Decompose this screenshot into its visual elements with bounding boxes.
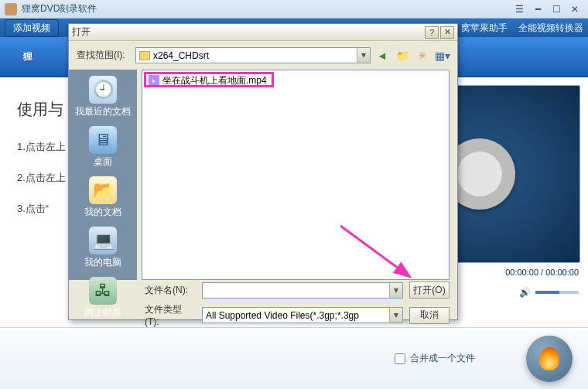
dialog-help-button[interactable]: ?	[425, 26, 439, 39]
places-bar: 🕘我最近的文档 🖥桌面 📂我的文档 💻我的电脑 🖧网上邻居	[69, 70, 137, 280]
folder-icon	[139, 51, 150, 60]
minimize-button[interactable]: ━	[529, 3, 546, 15]
place-network[interactable]: 🖧网上邻居	[72, 274, 134, 322]
settings-icon[interactable]: ☰	[511, 3, 528, 15]
volume-icon[interactable]: 🔊	[519, 287, 531, 298]
filetype-combo[interactable]: All Supported Video Files(*.3gp;*.3gp	[202, 307, 403, 323]
file-list[interactable]: ▸ 坐在战斗机上看地面.mp4	[142, 70, 450, 280]
place-computer[interactable]: 💻我的电脑	[72, 224, 134, 272]
close-button[interactable]: ✕	[566, 3, 583, 15]
annotation-highlight	[144, 72, 274, 87]
merge-checkbox[interactable]: 合并成一个文件	[395, 352, 475, 365]
merge-label: 合并成一个文件	[410, 352, 475, 365]
new-folder-icon[interactable]: ✳	[415, 49, 429, 63]
filename-label: 文件名(N):	[145, 284, 196, 297]
banner-text: 狸	[23, 50, 32, 63]
recent-icon: 🕘	[89, 76, 117, 104]
back-icon[interactable]: ◄	[375, 49, 389, 63]
place-recent[interactable]: 🕘我最近的文档	[72, 73, 134, 121]
lookin-folder: x264_CHDsrt	[153, 50, 209, 61]
open-file-dialog: 打开 ? ✕ 查找范围(I): x264_CHDsrt ◄ 📁 ✳ ▦▾ 🕘我最…	[68, 23, 458, 320]
views-icon[interactable]: ▦▾	[436, 49, 450, 63]
lookin-label: 查找范围(I):	[77, 49, 131, 62]
dialog-title: 打开	[72, 26, 423, 39]
flame-icon	[539, 347, 559, 370]
place-documents[interactable]: 📂我的文档	[72, 173, 134, 222]
app-title: 狸窝DVD刻录软件	[22, 2, 509, 15]
app-logo	[5, 3, 17, 15]
computer-icon: 💻	[89, 227, 117, 254]
merge-checkbox-input[interactable]	[395, 353, 405, 364]
link-apple-helper[interactable]: 窝苹果助手	[461, 22, 508, 35]
filename-input[interactable]	[202, 282, 403, 299]
up-icon[interactable]: 📁	[395, 49, 409, 63]
open-button[interactable]: 打开(O)	[409, 282, 450, 299]
burn-button[interactable]	[526, 336, 573, 382]
documents-icon: 📂	[89, 176, 117, 204]
desktop-icon: 🖥	[89, 126, 117, 154]
maximize-button[interactable]: ☐	[548, 3, 565, 15]
filetype-label: 文件类型(T):	[145, 303, 196, 327]
dialog-close-button[interactable]: ✕	[440, 26, 454, 39]
add-video-button[interactable]: 添加视频	[5, 19, 59, 37]
lookin-combo[interactable]: x264_CHDsrt	[135, 47, 371, 63]
network-icon: 🖧	[89, 277, 117, 305]
volume-slider[interactable]	[535, 291, 579, 294]
link-video-converter[interactable]: 全能视频转换器	[518, 22, 583, 35]
cancel-button[interactable]: 取消	[409, 307, 450, 324]
place-desktop[interactable]: 🖥桌面	[72, 123, 134, 172]
